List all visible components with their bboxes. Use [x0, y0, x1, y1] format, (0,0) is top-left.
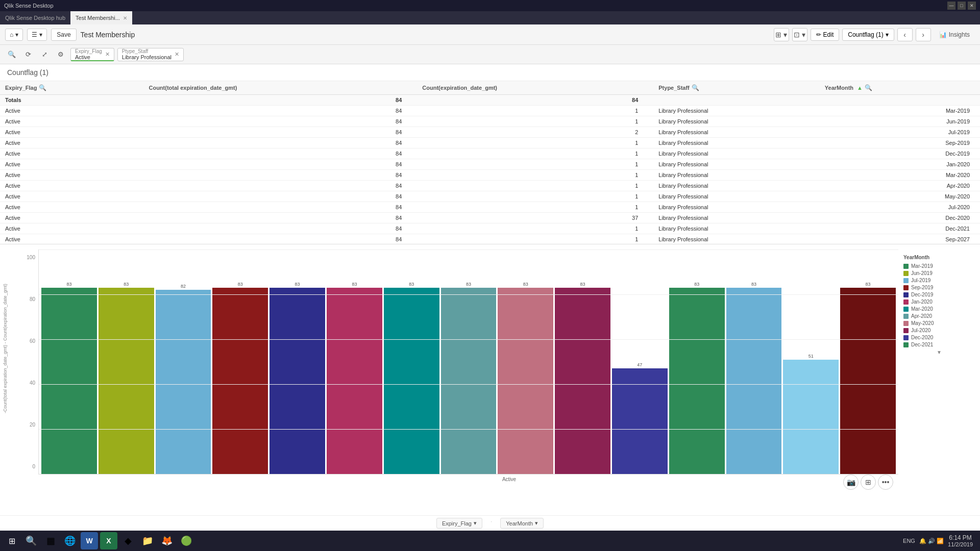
smart-search-icon[interactable]: ⟳: [21, 48, 35, 61]
forward-button[interactable]: ›: [916, 28, 931, 41]
y-axis-label: -Count(total expiration_date_gmt) - Coun…: [3, 311, 8, 413]
y-tick-60: 60: [30, 338, 35, 344]
edit-button[interactable]: ✏ Edit: [811, 29, 840, 41]
menu-button[interactable]: ☰ ▾: [27, 29, 47, 41]
close-button[interactable]: ✕: [968, 2, 976, 10]
tab-close-icon[interactable]: ✕: [123, 15, 127, 21]
home-button[interactable]: ⌂ ▾: [5, 29, 23, 41]
taskbar-word[interactable]: W: [81, 532, 98, 549]
row-count-total: 84: [143, 234, 417, 245]
insights-chart-icon: 📊: [939, 31, 947, 38]
taskbar-edge[interactable]: 🌐: [61, 532, 79, 549]
yearmonth-axis-control[interactable]: YearMonth ▾: [500, 518, 544, 529]
row-ptype: Library Professional: [653, 234, 820, 245]
row-count-exp: 1: [417, 234, 653, 245]
expand-chart-button[interactable]: ⊞: [861, 474, 876, 490]
taskbar-browser[interactable]: 🦊: [158, 532, 176, 549]
bar[interactable]: [212, 288, 268, 474]
ptype-staff-search-icon[interactable]: 🔍: [692, 84, 699, 91]
countflag-dropdown-icon: ▾: [886, 31, 889, 38]
filter-settings-icon[interactable]: ⚙: [54, 48, 67, 61]
bar[interactable]: [498, 288, 553, 474]
bar-group: 83: [384, 249, 439, 474]
yearmonth-axis-label: YearMonth: [506, 520, 533, 527]
row-yearmonth: Mar-2020: [820, 170, 980, 181]
camera-button[interactable]: 📷: [843, 474, 859, 490]
row-expiry: Active: [0, 116, 143, 127]
row-count-exp: 2: [417, 127, 653, 138]
col-ptype-staff-label: Ptype_Staff: [658, 85, 690, 91]
table-section: Expiry_Flag 🔍 Count(total expiration_dat…: [0, 81, 980, 244]
col-expiry-flag-label: Expiry_Flag: [5, 85, 37, 91]
back-button[interactable]: ‹: [897, 28, 913, 41]
col-count-total: Count(total expiration_date_gmt): [143, 81, 417, 95]
bar[interactable]: [840, 288, 896, 474]
insights-button[interactable]: 📊 Insights: [934, 29, 975, 40]
taskbar-excel[interactable]: X: [100, 532, 117, 549]
bar[interactable]: [783, 360, 839, 474]
data-table: Expiry_Flag 🔍 Count(total expiration_dat…: [0, 81, 980, 244]
bar[interactable]: [327, 288, 382, 474]
row-count-total: 84: [143, 106, 417, 116]
yearmonth-sort-icon[interactable]: ▲: [857, 85, 863, 91]
bar[interactable]: [669, 288, 725, 474]
minimize-button[interactable]: —: [947, 2, 955, 10]
home-dropdown-icon: ▾: [15, 31, 18, 38]
row-count-exp: 1: [417, 170, 653, 181]
row-ptype: Library Professional: [653, 127, 820, 138]
row-count-total: 84: [143, 181, 417, 191]
layout-button[interactable]: ⊡ ▾: [792, 28, 807, 41]
countflag-label: Countflag (1): [848, 31, 883, 38]
legend-item: Mar-2020: [903, 306, 975, 312]
legend-scroll-down[interactable]: ▼: [903, 349, 975, 355]
taskbar-fileexplorer[interactable]: 📁: [139, 532, 156, 549]
yearmonth-search-icon[interactable]: 🔍: [865, 84, 872, 91]
taskbar: ⊞ 🔍 ▦ 🌐 W X ◆ 📁 🦊 🟢 ENG 🔔 🔊 📶 6:14 PM 11…: [0, 531, 980, 551]
bar[interactable]: [270, 288, 325, 474]
ptype-staff-close-icon[interactable]: ✕: [175, 51, 179, 58]
ptype-staff-filter[interactable]: Ptype_Staff Library Professional ✕: [117, 48, 184, 61]
title-bar: Qlik Sense Desktop — □ ✕: [0, 0, 980, 11]
row-ptype: Library Professional: [653, 116, 820, 127]
bar[interactable]: [726, 288, 782, 474]
countflag-button[interactable]: Countflag (1) ▾: [842, 29, 894, 41]
expiry-flag-axis-control[interactable]: Expiry_Flag ▾: [436, 518, 482, 529]
bar[interactable]: [555, 288, 610, 474]
tab-membership[interactable]: Test Membershi... ✕: [70, 11, 132, 24]
y-axis: 100 80 60 40 20 0: [10, 249, 38, 474]
save-button[interactable]: Save: [51, 29, 76, 41]
bar[interactable]: [156, 290, 211, 474]
row-yearmonth: Sep-2019: [820, 138, 980, 148]
taskbar-app1[interactable]: ◆: [119, 532, 137, 549]
row-count-exp: 37: [417, 213, 653, 223]
bar[interactable]: [384, 288, 439, 474]
expiry-flag-search-icon[interactable]: 🔍: [39, 84, 46, 91]
tab-hub[interactable]: Qlik Sense Desktop hub: [0, 11, 70, 24]
window-controls[interactable]: — □ ✕: [947, 2, 976, 10]
taskbar-search[interactable]: 🔍: [22, 532, 40, 549]
table-row: Active 84 1 Library Professional May-202…: [0, 191, 980, 202]
bar[interactable]: [41, 288, 97, 474]
row-count-total: 84: [143, 159, 417, 170]
bar-value-label: 83: [66, 282, 71, 287]
more-options-button[interactable]: •••: [878, 474, 893, 490]
maximize-button[interactable]: □: [958, 2, 966, 10]
taskbar-app2[interactable]: 🟢: [178, 532, 195, 549]
row-expiry: Active: [0, 223, 143, 234]
legend-item-label: May-2020: [911, 320, 934, 326]
bar-value-label: 83: [238, 282, 243, 287]
view-button[interactable]: ⊞ ▾: [774, 28, 789, 41]
legend-item: Apr-2020: [903, 313, 975, 319]
start-button[interactable]: ⊞: [3, 532, 20, 549]
table-row: Active 84 1 Library Professional Apr-202…: [0, 181, 980, 191]
window-title: Qlik Sense Desktop: [4, 3, 947, 9]
expiry-flag-close-icon[interactable]: ✕: [105, 51, 110, 58]
expiry-flag-filter[interactable]: Expiry_Flag Active ✕: [70, 48, 114, 61]
y-axis-label-container: -Count(total expiration_date_gmt) - Coun…: [0, 249, 10, 474]
taskbar-taskview[interactable]: ▦: [42, 532, 59, 549]
bar[interactable]: [441, 288, 497, 474]
bar[interactable]: [99, 288, 154, 474]
search-filter-icon[interactable]: 🔍: [5, 48, 18, 61]
expand-filter-icon[interactable]: ⤢: [38, 48, 51, 61]
row-count-total: 84: [143, 138, 417, 148]
